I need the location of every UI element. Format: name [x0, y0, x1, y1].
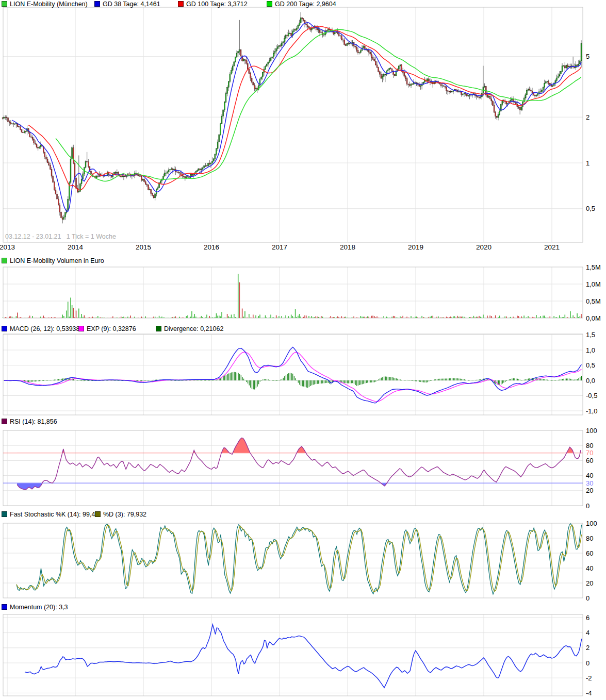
stochastic-y-tick-label: 80 [586, 535, 593, 542]
momentum-swatch [2, 604, 7, 610]
divergence-swatch [156, 326, 161, 331]
rsi-swatch [2, 419, 7, 424]
volume-bars [2, 274, 582, 318]
legend-item-stock: LION E-Mobility (München) [2, 1, 88, 8]
momentum-y-tick-label: 2 [586, 644, 589, 652]
legend-item-divergence: Divergence: 0,21062 [156, 325, 223, 332]
macd-legend: MACD (26, 12): 0,53938 EXP (9): 0,32876 … [0, 325, 606, 332]
stoch-d-label: %D (3): 79,932 [103, 511, 146, 518]
x-tick-label: 2019 [408, 243, 423, 251]
rsi-y-tick-label: 20 [586, 487, 593, 494]
gd100-swatch [178, 1, 184, 7]
legend-item-momentum: Momentum (20): 3,3 [2, 604, 68, 611]
stochastic-y-tick-label: 60 [586, 549, 593, 557]
stochastic-y-tick-label: 0 [586, 594, 589, 602]
date-range-note: 03.12.12 - 23.01.21 1 Tick = 1 Woche [5, 233, 116, 240]
volume-swatch [2, 258, 7, 263]
x-tick-label: 2015 [136, 243, 151, 251]
legend-item-gd200: GD 200 Tage: 2,9604 [267, 1, 336, 8]
momentum-y-tick-label: 6 [586, 614, 589, 622]
main-y-tick-label: 1 [586, 159, 589, 167]
legend-item-stoch-d: %D (3): 79,932 [95, 511, 146, 518]
rsi-y-tick-label: 80 [586, 442, 593, 449]
macd-histogram [4, 372, 582, 390]
macd-y-tick-label: 0,5 [586, 361, 595, 369]
rsi-label: RSI (14): 81,856 [10, 418, 57, 425]
stochastic-k-line [17, 524, 582, 594]
momentum-y-tick-label: -2 [586, 674, 592, 682]
momentum-y-tick-label: 0 [586, 659, 589, 667]
legend-item-volume: LION E-Mobility Volumen in Euro [2, 257, 104, 264]
gd38-swatch [94, 1, 100, 7]
rsi-y-tick-label: 100 [586, 427, 597, 435]
candlestick-series [2, 12, 582, 224]
volume-y-tick-label: 0,5M [586, 297, 601, 305]
rsi-y-tick-label: 30 [586, 479, 593, 487]
exp-label: EXP (9): 0,32876 [87, 325, 136, 332]
momentum-y-tick-label: 4 [586, 629, 589, 637]
main-border [3, 7, 583, 242]
main-chart-legend: LION E-Mobility (München) GD 38 Tage: 4,… [0, 1, 606, 8]
legend-item-exp: EXP (9): 0,32876 [78, 325, 136, 332]
volume-label: LION E-Mobility Volumen in Euro [10, 257, 104, 264]
x-tick-label: 2018 [340, 243, 355, 251]
macd-y-tick-label: -0,5 [586, 392, 597, 399]
rsi-y-tick-label: 60 [586, 457, 593, 464]
volume-y-tick-label: 0,0M [586, 314, 601, 322]
main-y-tick-label: 5 [586, 53, 589, 60]
rsi-border [3, 430, 583, 506]
stock-series-swatch [2, 1, 7, 7]
stochastic-y-tick-label: 40 [586, 564, 593, 572]
macd-y-tick-label: 0,0 [586, 377, 595, 385]
gd200-swatch [267, 1, 272, 7]
stochastic-y-tick-label: 20 [586, 579, 593, 587]
momentum-label: Momentum (20): 3,3 [10, 604, 68, 611]
macd-swatch [2, 326, 7, 331]
rsi-y-tick-label: 70 [586, 449, 593, 457]
rsi-y-tick-label: 0 [586, 502, 589, 510]
chart-canvas[interactable]: 5210,50,0M0,5M1,0M1,5M1,51,00,50,0-0,5-1… [0, 0, 606, 700]
rsi-y-tick-label: 40 [586, 472, 593, 479]
legend-item-rsi: RSI (14): 81,856 [2, 418, 57, 425]
volume-border [3, 267, 583, 318]
legend-item-gd100: GD 100 Tage: 3,3712 [178, 1, 248, 8]
gd100-label: GD 100 Tage: 3,3712 [186, 1, 248, 8]
momentum-border [3, 614, 583, 696]
legend-item-gd38: GD 38 Tage: 4,1461 [94, 1, 160, 8]
momentum-legend: Momentum (20): 3,3 [0, 604, 606, 611]
divergence-label: Divergence: 0,21062 [164, 325, 223, 332]
momentum-y-tick-label: -4 [586, 689, 592, 697]
stoch-d-swatch [95, 511, 101, 517]
x-tick-label: 2017 [272, 243, 287, 251]
legend-item-macd: MACD (26, 12): 0,53938 [2, 325, 80, 332]
stock-series-label: LION E-Mobility (München) [10, 1, 88, 8]
macd-y-tick-label: -1,0 [586, 407, 597, 415]
momentum-line [25, 625, 582, 688]
gd200-label: GD 200 Tage: 2,9604 [275, 1, 336, 8]
stochastic-y-tick-label: 100 [586, 520, 597, 527]
stoch-k-label: Fast Stochastic %K (14): 99,49 [10, 511, 99, 518]
x-tick-label: 2014 [68, 243, 84, 251]
ma-line-20 [28, 26, 581, 190]
volume-y-tick-label: 1,0M [586, 280, 601, 288]
x-tick-label: 2016 [204, 243, 219, 251]
stochastic-legend: Fast Stochastic %K (14): 99,49 %D (3): 7… [0, 511, 606, 518]
x-tick-label: 2020 [476, 243, 492, 251]
chart-page: 5210,50,0M0,5M1,0M1,5M1,51,00,50,0-0,5-1… [0, 0, 606, 700]
macd-label: MACD (26, 12): 0,53938 [10, 325, 80, 332]
stoch-k-swatch [2, 511, 7, 517]
legend-item-stoch-k: Fast Stochastic %K (14): 99,49 [2, 511, 99, 518]
gd38-label: GD 38 Tage: 4,1461 [103, 1, 160, 8]
x-tick-label: 2013 [0, 243, 15, 251]
x-tick-label: 2021 [544, 243, 560, 251]
macd-y-tick-label: 1,0 [586, 346, 595, 354]
main-y-tick-label: 0,5 [586, 205, 595, 212]
volume-legend: LION E-Mobility Volumen in Euro [0, 257, 606, 264]
exp-swatch [78, 326, 84, 331]
main-y-tick-label: 2 [586, 113, 589, 121]
rsi-legend: RSI (14): 81,856 [0, 418, 606, 425]
